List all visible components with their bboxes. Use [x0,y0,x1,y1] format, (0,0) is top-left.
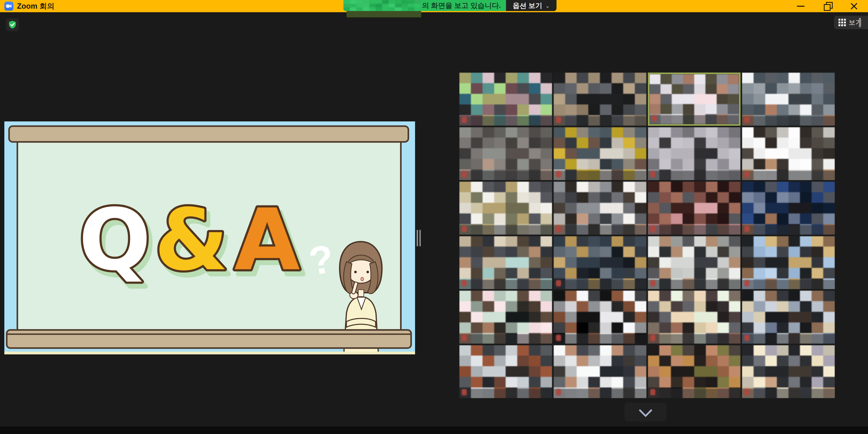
participant-tile[interactable] [742,127,835,180]
participant-name-bar [742,116,835,126]
screen-share-message: 의 화면을 보고 있습니다. [343,0,506,11]
participant-tile[interactable] [459,72,552,126]
view-options-label: 옵션 보기 [513,1,542,10]
grid-view-icon [838,19,846,26]
participant-name-bar [459,280,552,289]
participant-name-bar [742,389,835,398]
participant-tile[interactable] [554,127,647,180]
participant-tile[interactable] [648,236,741,289]
participant-name-bar [554,334,647,344]
participant-tile[interactable] [742,345,835,398]
qa-title-art: Q&A Q & A [77,182,314,297]
view-button-edge-bar [859,18,861,27]
participant-name-bar [742,280,835,289]
participant-name-bar [459,171,552,180]
minimize-icon [797,6,804,7]
muted-mic-icon [462,171,467,177]
muted-mic-icon [556,389,561,395]
muted-mic-icon [556,117,561,123]
chalkboard-bottom-rail [6,329,412,349]
chalkboard-top-rail [8,125,409,143]
chevron-down-icon: ⌄ [546,3,550,9]
participant-name-bar [554,116,647,126]
zoom-app-icon [4,2,13,11]
panel-resize-handle[interactable] [416,230,422,246]
participant-tile[interactable] [459,181,552,235]
participant-tile[interactable] [648,127,741,180]
more-participants-button[interactable] [625,402,666,422]
participant-tile-active-speaker[interactable] [648,72,741,126]
participant-tile[interactable] [554,236,647,289]
muted-mic-icon [556,171,561,177]
slide-bottom-strip [4,352,415,355]
participant-name-bar [554,171,647,180]
participant-name-bar [742,334,835,344]
participant-name-bar [459,334,552,344]
participant-tile[interactable] [554,181,647,235]
muted-mic-icon [650,171,655,177]
participant-tile[interactable] [459,236,552,289]
participant-tile[interactable] [742,181,835,235]
participant-tile[interactable] [742,72,835,126]
close-icon [849,2,858,10]
muted-mic-icon [744,226,749,232]
close-button[interactable] [845,0,863,12]
qa-letter-a: A [235,191,301,289]
qa-letter-amp: & [154,191,228,289]
participant-tile[interactable] [459,345,552,398]
qa-letter-q: Q [79,191,151,289]
participant-tile[interactable] [742,291,835,344]
muted-mic-icon [744,389,749,395]
participant-name-bar [459,225,552,235]
muted-mic-icon [462,280,467,287]
muted-mic-icon [462,226,467,232]
muted-mic-icon [744,117,749,123]
minimize-button[interactable] [792,0,810,12]
participant-tile[interactable] [554,345,647,398]
participant-name-bar [554,280,647,289]
shared-screen-slide: Q&A Q & A ? [4,122,415,355]
muted-mic-icon [744,171,749,177]
participant-name-bar [459,389,552,398]
muted-mic-icon [744,335,749,341]
participant-name-bar [649,115,739,124]
participant-name-bar [648,280,741,289]
participant-tile[interactable] [648,345,741,398]
muted-mic-icon [650,335,655,341]
window-title: Zoom 회의 [17,0,55,12]
security-button[interactable] [6,18,19,31]
view-button[interactable]: 보기 [834,16,868,29]
participant-tile[interactable] [554,72,647,126]
participant-name-bar [648,389,741,398]
participant-name-bar [554,225,647,235]
redaction-artifact [347,11,421,18]
muted-mic-icon [556,335,561,341]
restore-button[interactable] [818,0,836,12]
muted-mic-icon [650,226,655,232]
participant-tile[interactable] [742,236,835,289]
participant-name-bar [648,225,741,235]
screen-share-banner: 의 화면을 보고 있습니다. 옵션 보기 ⌄ [343,0,557,11]
view-options-button[interactable]: 옵션 보기 ⌄ [506,0,557,11]
participant-tile[interactable] [459,127,552,180]
participant-tile[interactable] [554,291,647,344]
participant-tile[interactable] [648,181,741,235]
redacted-presenter-name [343,0,421,11]
muted-mic-icon [462,117,467,123]
muted-mic-icon [744,280,749,287]
participant-name-bar [648,334,741,344]
participant-name-bar [742,225,835,235]
muted-mic-icon [650,280,655,287]
muted-mic-icon [462,335,467,341]
shield-check-icon [8,20,17,29]
participant-name-bar [742,171,835,180]
participant-name-bar [459,116,552,126]
restore-icon [824,4,830,9]
participant-tile[interactable] [459,291,552,344]
window-bottom-edge [0,427,868,434]
muted-mic-icon [556,280,561,287]
participant-tile[interactable] [648,291,741,344]
participant-name-bar [648,171,741,180]
share-message-text: 의 화면을 보고 있습니다. [421,1,506,10]
muted-mic-icon [462,389,467,395]
